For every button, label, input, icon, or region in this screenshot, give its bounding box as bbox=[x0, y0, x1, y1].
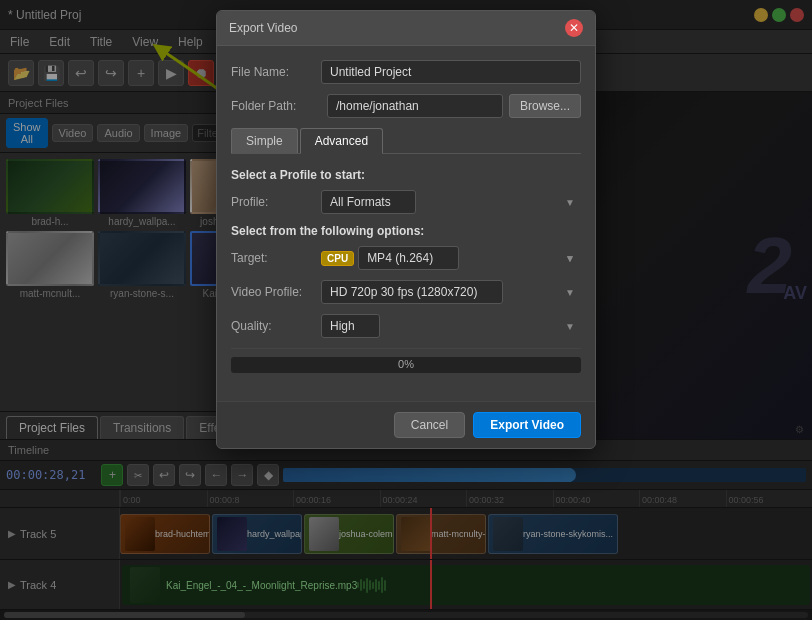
quality-row: Quality: High bbox=[231, 314, 581, 338]
dialog-tabs: Simple Advanced bbox=[231, 128, 581, 154]
browse-button[interactable]: Browse... bbox=[509, 94, 581, 118]
export-dialog: Export Video ✕ File Name: Folder Path: B… bbox=[216, 10, 596, 449]
dialog-body: File Name: Folder Path: Browse... Simple… bbox=[217, 46, 595, 401]
export-video-button[interactable]: Export Video bbox=[473, 412, 581, 438]
progress-text: 0% bbox=[231, 358, 581, 370]
video-profile-row: Video Profile: HD 720p 30 fps (1280x720) bbox=[231, 280, 581, 304]
tab-advanced[interactable]: Advanced bbox=[300, 128, 383, 154]
target-label: Target: bbox=[231, 251, 321, 265]
video-profile-select-wrap: HD 720p 30 fps (1280x720) bbox=[321, 280, 581, 304]
quality-select-wrap: High bbox=[321, 314, 581, 338]
file-name-label: File Name: bbox=[231, 65, 321, 79]
quality-select[interactable]: High bbox=[321, 314, 380, 338]
folder-path-row: Folder Path: Browse... bbox=[231, 94, 581, 118]
dialog-overlay: Export Video ✕ File Name: Folder Path: B… bbox=[0, 0, 812, 620]
profile-select[interactable]: All Formats bbox=[321, 190, 416, 214]
folder-path-input[interactable] bbox=[327, 94, 503, 118]
profile-section-title: Select a Profile to start: bbox=[231, 168, 581, 182]
dialog-title: Export Video bbox=[229, 21, 298, 35]
profile-row: Profile: All Formats bbox=[231, 190, 581, 214]
dialog-footer: Cancel Export Video bbox=[217, 401, 595, 448]
cpu-badge: CPU bbox=[321, 251, 354, 266]
video-profile-label: Video Profile: bbox=[231, 285, 321, 299]
progress-bar: 0% bbox=[231, 357, 581, 373]
progress-section: 0% bbox=[231, 348, 581, 387]
cancel-button[interactable]: Cancel bbox=[394, 412, 465, 438]
tab-simple[interactable]: Simple bbox=[231, 128, 298, 153]
profile-select-wrap: All Formats bbox=[321, 190, 581, 214]
target-select-wrap: CPU MP4 (h.264) bbox=[321, 246, 581, 270]
target-inner-wrap: MP4 (h.264) bbox=[358, 246, 581, 270]
dialog-titlebar: Export Video ✕ bbox=[217, 11, 595, 46]
profile-label: Profile: bbox=[231, 195, 321, 209]
file-name-row: File Name: bbox=[231, 60, 581, 84]
target-select[interactable]: MP4 (h.264) bbox=[358, 246, 459, 270]
dialog-close-button[interactable]: ✕ bbox=[565, 19, 583, 37]
file-name-input[interactable] bbox=[321, 60, 581, 84]
quality-label: Quality: bbox=[231, 319, 321, 333]
app-window: * Untitled Proj File Edit Title View Hel… bbox=[0, 0, 812, 620]
target-row: Target: CPU MP4 (h.264) bbox=[231, 246, 581, 270]
options-section-title: Select from the following options: bbox=[231, 224, 581, 238]
video-profile-select[interactable]: HD 720p 30 fps (1280x720) bbox=[321, 280, 503, 304]
folder-path-label: Folder Path: bbox=[231, 99, 321, 113]
